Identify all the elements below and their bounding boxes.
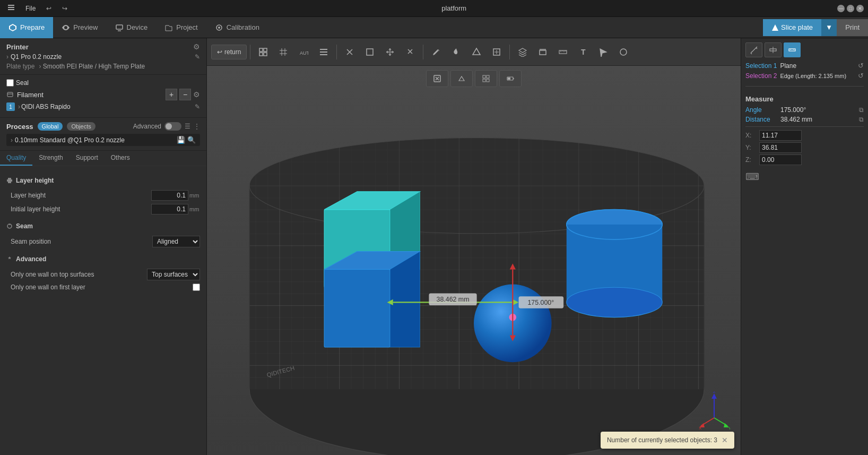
tab-device[interactable]: Device — [107, 17, 157, 38]
svg-rect-15 — [264, 48, 267, 51]
add-filament-button[interactable]: + — [166, 89, 177, 100]
y-label: Y: — [745, 144, 756, 151]
initial-layer-height-input[interactable] — [151, 204, 188, 214]
svg-rect-21 — [320, 54, 327, 55]
scene: 38.462 mm 175.000° QIDITECH — [207, 66, 741, 455]
svg-rect-27 — [540, 50, 546, 55]
first-layer-checkbox[interactable] — [193, 284, 200, 291]
filament-settings-icon[interactable]: ⚙ — [193, 90, 200, 99]
tab-others[interactable]: Others — [105, 151, 136, 166]
svg-text:38.462 mm: 38.462 mm — [437, 296, 470, 303]
selection1-refresh[interactable]: ↺ — [858, 62, 864, 70]
layers-button[interactable] — [513, 42, 532, 62]
top-surfaces-select[interactable]: Top surfaces — [147, 269, 200, 280]
circle-button[interactable] — [614, 42, 633, 62]
auto-arrange-button[interactable]: AUTO — [294, 42, 313, 62]
z-input[interactable] — [759, 154, 802, 165]
layer-height-input[interactable] — [151, 190, 188, 201]
grid-button[interactable] — [274, 42, 293, 62]
tab-prepare[interactable]: Prepare — [0, 17, 53, 38]
slice-layers-button[interactable] — [314, 42, 333, 62]
profile-save-icon[interactable]: 💾 — [177, 136, 185, 144]
tab-preview[interactable]: Preview — [53, 17, 106, 38]
angle-copy[interactable]: ⧉ — [859, 106, 864, 114]
split-button[interactable] — [401, 42, 420, 62]
pen-button[interactable] — [427, 42, 446, 62]
distance-copy[interactable]: ⧉ — [859, 116, 864, 123]
tab-calibration[interactable]: Calibration — [206, 17, 268, 38]
mini-perspective-button[interactable] — [450, 70, 473, 87]
printer-section: Printer ⚙ › Q1 Pro 0.2 nozzle ✎ Plate ty… — [0, 38, 206, 75]
remove-filament-button[interactable]: − — [179, 89, 191, 100]
filament-name[interactable]: › QIDI ABS Rapido ✎ — [18, 103, 200, 110]
printer-edit-icon[interactable]: ✎ — [195, 53, 200, 61]
slice-dropdown[interactable]: ▼ — [821, 19, 837, 36]
tag-objects[interactable]: Objects — [67, 122, 95, 131]
stack-button[interactable] — [533, 42, 552, 62]
seam-group[interactable]: Seam — [6, 220, 200, 232]
box-button[interactable] — [360, 42, 379, 62]
close-button[interactable]: ✕ — [856, 5, 864, 12]
profile-selector[interactable]: › 0.10mm Standard @Q1 Pro 0.2 nozzle — [11, 136, 173, 144]
layer-height-unit: mm — [189, 192, 200, 199]
slice-button[interactable]: Slice plate — [763, 19, 821, 36]
mesh-button[interactable] — [467, 42, 486, 62]
y-input[interactable] — [759, 142, 802, 153]
printer-name[interactable]: › Q1 Pro 0.2 nozzle ✎ — [6, 53, 200, 61]
notification-close[interactable]: ✕ — [722, 436, 728, 444]
filament-edit-icon[interactable]: ✎ — [195, 103, 200, 110]
menu-file[interactable] — [4, 3, 18, 14]
redo-button[interactable]: ↪ — [59, 4, 71, 13]
maximize-button[interactable]: □ — [847, 5, 854, 12]
settings-list-icon[interactable]: ☰ — [185, 123, 190, 130]
svg-rect-74 — [513, 78, 514, 79]
measure-section: Measure Angle 175.000° ⧉ Distance 38.462… — [745, 95, 864, 167]
rp-measure-icon[interactable] — [745, 42, 762, 57]
selection2-refresh[interactable]: ↺ — [858, 72, 864, 80]
minimize-button[interactable]: — — [837, 5, 845, 12]
seal-label: Seal — [16, 79, 29, 87]
add-shape-button[interactable] — [487, 42, 506, 62]
tab-support[interactable]: Support — [70, 151, 105, 166]
advanced-toggle-row: Advanced ☰ ⋮ — [133, 122, 200, 131]
layer-height-group[interactable]: Layer height — [6, 175, 200, 186]
file-menu-label[interactable]: File — [22, 4, 39, 13]
return-button[interactable]: ↩ return — [211, 45, 247, 59]
mini-battery-button[interactable] — [499, 70, 522, 87]
seam-position-select[interactable]: Aligned — [152, 236, 200, 247]
initial-layer-height-row: Initial layer height mm — [6, 202, 200, 216]
initial-layer-height-unit: mm — [189, 206, 200, 212]
angle-label: Angle — [745, 106, 777, 114]
svg-rect-0 — [8, 5, 14, 6]
layer-height-label: Layer height — [11, 192, 151, 199]
tab-quality[interactable]: Quality — [0, 151, 32, 166]
advanced-settings-group[interactable]: Advanced — [6, 253, 200, 265]
ruler-button[interactable] — [553, 42, 572, 62]
fill-button[interactable] — [447, 42, 466, 62]
arrow-button[interactable] — [594, 42, 613, 62]
plate-type-row: Plate type › Smooth PEI Plate / High Tem… — [6, 63, 200, 70]
seal-checkbox[interactable] — [6, 79, 14, 87]
profile-search-icon[interactable]: 🔍 — [187, 136, 196, 144]
keyboard-icon[interactable]: ⌨ — [745, 171, 864, 183]
print-button[interactable]: Print — [837, 19, 868, 36]
mini-close-button[interactable] — [426, 70, 448, 87]
add-object-button[interactable] — [254, 42, 273, 62]
rp-cut-icon[interactable] — [765, 42, 782, 57]
move-button[interactable] — [380, 42, 400, 62]
mini-grid-button[interactable] — [475, 70, 497, 87]
text-button[interactable]: T — [574, 42, 593, 62]
titlebar: File ↩ ↪ platform — □ ✕ — [0, 0, 868, 17]
cut-button[interactable] — [340, 42, 359, 62]
tab-strength[interactable]: Strength — [32, 151, 69, 166]
printer-settings-icon[interactable]: ⚙ — [193, 42, 200, 51]
svg-text:175.000°: 175.000° — [527, 299, 554, 306]
tab-project[interactable]: Project — [156, 17, 206, 38]
undo-button[interactable]: ↩ — [43, 4, 55, 13]
advanced-toggle[interactable] — [164, 122, 181, 131]
x-input[interactable] — [759, 130, 802, 141]
settings-more-icon[interactable]: ⋮ — [194, 123, 200, 130]
tag-global[interactable]: Global — [38, 122, 63, 131]
rp-ruler-icon[interactable] — [784, 42, 801, 57]
divider-1 — [745, 86, 864, 87]
